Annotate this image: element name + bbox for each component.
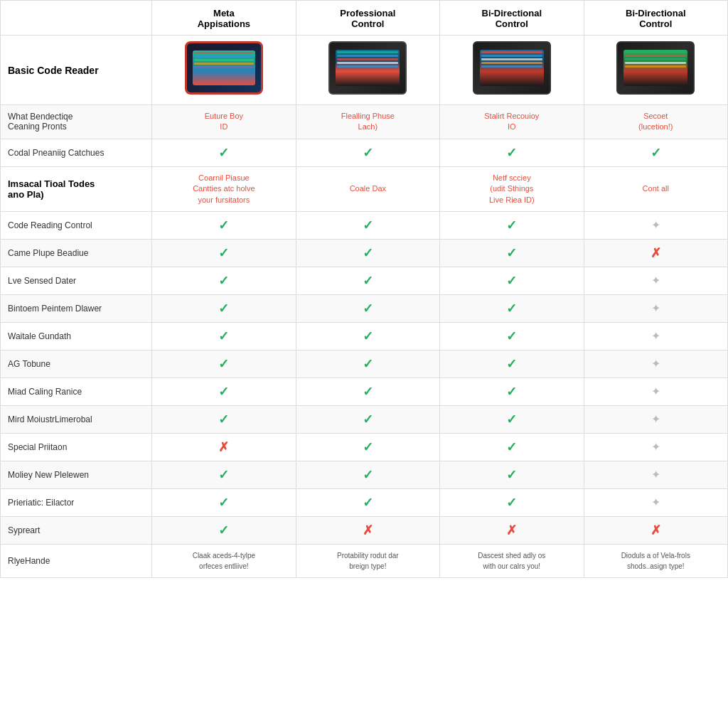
cell-meta: ✓ <box>152 405 296 433</box>
screen-lines-pro <box>336 50 400 86</box>
table-row: Imsacal Tioal Todesano Pla) Coarnil Pias… <box>1 166 728 211</box>
check-icon-bi1: ✓ <box>506 440 517 454</box>
check-icon-pro: ✓ <box>363 496 373 510</box>
screen-line <box>625 55 686 57</box>
table-row: Code Reading Control ✓ ✓ ✓ ✦ <box>1 211 728 239</box>
cell-meta: ✓ <box>152 488 296 516</box>
feature-label: Sypreart <box>1 516 152 544</box>
screen-lines-meta <box>193 50 255 85</box>
cell-bi1: ✓ <box>440 461 584 488</box>
screen-line <box>337 58 398 60</box>
device-cell-pro <box>296 36 439 105</box>
cell-bi1: ✓ <box>440 350 584 378</box>
cell-bi1: Dascest shed adly oswith our calrs you! <box>440 544 584 577</box>
col-header-meta: MetaAppisations <box>152 1 296 36</box>
table-row: Prieriatic: Eilactor ✓ ✓ ✓ ✦ <box>1 488 728 516</box>
feature-label: Moliey New Plelewen <box>1 461 152 488</box>
screen-line <box>481 58 542 60</box>
feature-label: Basic Code Reader <box>1 36 152 105</box>
check-icon-bi1: ✓ <box>506 246 517 260</box>
gray-icon-bi2: ✦ <box>651 302 660 314</box>
cell-bi1: ✓ <box>440 211 584 239</box>
cross-icon-meta: ✗ <box>218 440 229 454</box>
bottom-text-meta: Claak aceds-4-tylpeorfeces entliive! <box>193 552 255 570</box>
cell-pro: ✓ <box>296 322 439 350</box>
screen-line <box>194 66 254 68</box>
cell-bi1: ✓ <box>440 322 584 350</box>
cross-icon-pro: ✗ <box>363 523 373 537</box>
red-text-meta: Euture BoyID <box>205 112 243 131</box>
gray-icon-bi2: ✦ <box>651 219 660 231</box>
screen-line <box>337 55 398 57</box>
device-image-meta <box>185 41 263 95</box>
check-icon-pro: ✓ <box>363 329 373 343</box>
table-row: RlyeHande Claak aceds-4-tylpeorfeces ent… <box>1 544 728 577</box>
cell-meta: Claak aceds-4-tylpeorfeces entliive! <box>152 544 296 577</box>
red-text-bi2: Cont all <box>643 184 669 193</box>
check-icon-meta: ✓ <box>218 496 229 510</box>
bottom-text-bi2: Dioduls a of Vela-frolsshods..asign type… <box>621 552 690 570</box>
table-row: Waitale Gundath ✓ ✓ ✓ ✦ <box>1 322 728 350</box>
gray-icon-bi2: ✦ <box>651 358 660 370</box>
screen-lines-bi1 <box>480 50 544 86</box>
check-icon-meta: ✓ <box>218 329 229 343</box>
cell-meta: ✓ <box>152 139 296 166</box>
cell-pro: ✓ <box>296 433 439 461</box>
device-screen-bi1 <box>480 50 544 86</box>
cell-meta: ✓ <box>152 322 296 350</box>
feature-label: Mird MoiustrLimerobal <box>1 405 152 433</box>
device-screen-meta <box>193 50 255 85</box>
cell-bi2: ✗ <box>584 239 727 267</box>
check-icon-meta: ✓ <box>218 218 229 232</box>
feature-label: Special Priitaon <box>1 433 152 461</box>
cell-bi1: ✓ <box>440 378 584 405</box>
screen-line <box>625 51 686 53</box>
check-icon-bi1: ✓ <box>506 385 517 399</box>
table-row: Sypreart ✓ ✗ ✗ ✗ <box>1 516 728 544</box>
cell-bi1: ✓ <box>440 488 584 516</box>
cell-meta: ✓ <box>152 350 296 378</box>
feature-label: What BendectiqeCeaning Pronts <box>1 105 152 139</box>
bottom-text-pro: Protability rodut darbreign type! <box>337 552 399 570</box>
cell-bi1: Stalirt RecouioyIO <box>440 105 584 139</box>
cell-pro: Coale Dax <box>296 166 439 211</box>
cell-bi2: ✦ <box>584 461 727 488</box>
cross-icon-bi1: ✗ <box>506 523 517 537</box>
device-image-bi1 <box>473 41 551 95</box>
cell-bi2: Dioduls a of Vela-frolsshods..asign type… <box>584 544 727 577</box>
screen-line <box>481 65 542 68</box>
check-icon-bi1: ✓ <box>506 468 517 482</box>
red-text-pro: Coale Dax <box>350 184 386 193</box>
screen-lines-bi2 <box>623 50 687 86</box>
check-icon-meta: ✓ <box>218 468 229 482</box>
table-row: AG Tobune ✓ ✓ ✓ ✦ <box>1 350 728 378</box>
check-icon-pro: ✓ <box>363 301 373 316</box>
cell-bi2: ✓ <box>584 139 727 166</box>
cell-bi1: ✗ <box>440 516 584 544</box>
red-text-pro: Flealling PhuseLach) <box>341 112 395 131</box>
cell-pro: Flealling PhuseLach) <box>296 105 439 139</box>
screen-line <box>625 62 686 64</box>
screen-line <box>337 51 398 53</box>
check-icon-pro: ✓ <box>363 146 373 160</box>
feature-label: Bintoem Peintem Dlawer <box>1 294 152 322</box>
cell-meta: ✓ <box>152 294 296 322</box>
gray-icon-bi2: ✦ <box>651 330 660 342</box>
device-cell-meta <box>152 36 296 105</box>
cell-pro: ✓ <box>296 378 439 405</box>
check-icon-pro: ✓ <box>363 385 373 399</box>
check-icon-bi1: ✓ <box>506 301 517 316</box>
cell-meta: ✓ <box>152 516 296 544</box>
screen-line <box>625 58 686 60</box>
check-icon-meta: ✓ <box>218 301 229 316</box>
cell-bi1: ✓ <box>440 294 584 322</box>
table-row: Miad Caling Ranice ✓ ✓ ✓ ✦ <box>1 378 728 405</box>
check-icon-bi2: ✓ <box>651 146 661 160</box>
check-icon-bi1: ✓ <box>506 274 517 288</box>
cell-bi2: Cont all <box>584 166 727 211</box>
table-row: Mird MoiustrLimerobal ✓ ✓ ✓ ✦ <box>1 405 728 433</box>
check-icon-bi1: ✓ <box>506 357 517 371</box>
gray-icon-bi2: ✦ <box>651 441 660 453</box>
table-row: Moliey New Plelewen ✓ ✓ ✓ ✦ <box>1 461 728 488</box>
cell-meta: ✗ <box>152 433 296 461</box>
